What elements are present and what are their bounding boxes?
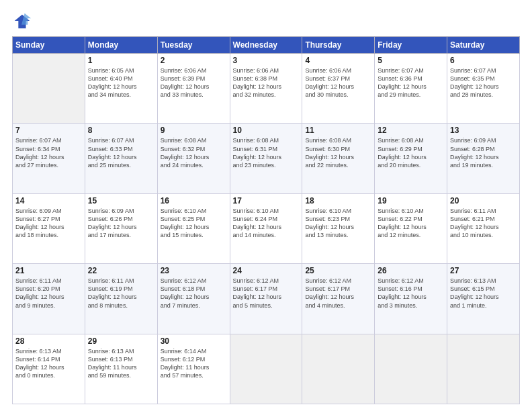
calendar-table: SundayMondayTuesdayWednesdayThursdayFrid… xyxy=(12,36,520,404)
calendar-day-cell: 19Sunrise: 6:10 AM Sunset: 6:22 PM Dayli… xyxy=(375,193,447,263)
calendar-header-row: SundayMondayTuesdayWednesdayThursdayFrid… xyxy=(13,37,520,54)
day-info: Sunrise: 6:07 AM Sunset: 6:35 PM Dayligh… xyxy=(450,66,517,99)
weekday-header: Tuesday xyxy=(157,37,230,54)
calendar-day-cell: 23Sunrise: 6:12 AM Sunset: 6:18 PM Dayli… xyxy=(157,264,230,334)
calendar-day-cell xyxy=(302,334,375,404)
day-number: 29 xyxy=(88,336,154,346)
day-number: 6 xyxy=(450,56,517,65)
calendar-day-cell: 5Sunrise: 6:07 AM Sunset: 6:36 PM Daylig… xyxy=(375,54,447,124)
calendar-day-cell: 2Sunrise: 6:06 AM Sunset: 6:39 PM Daylig… xyxy=(157,54,230,124)
day-info: Sunrise: 6:08 AM Sunset: 6:32 PM Dayligh… xyxy=(161,136,227,169)
calendar-day-cell: 17Sunrise: 6:10 AM Sunset: 6:24 PM Dayli… xyxy=(230,193,302,263)
calendar-day-cell: 30Sunrise: 6:14 AM Sunset: 6:12 PM Dayli… xyxy=(157,334,230,404)
calendar-day-cell: 14Sunrise: 6:09 AM Sunset: 6:27 PM Dayli… xyxy=(13,193,85,263)
calendar-day-cell: 1Sunrise: 6:05 AM Sunset: 6:40 PM Daylig… xyxy=(85,54,157,124)
day-number: 14 xyxy=(15,196,82,205)
day-info: Sunrise: 6:07 AM Sunset: 6:36 PM Dayligh… xyxy=(378,66,444,99)
weekday-header: Friday xyxy=(375,37,447,54)
day-number: 5 xyxy=(378,56,444,65)
day-info: Sunrise: 6:12 AM Sunset: 6:17 PM Dayligh… xyxy=(305,277,371,310)
day-info: Sunrise: 6:13 AM Sunset: 6:13 PM Dayligh… xyxy=(88,347,154,380)
day-number: 12 xyxy=(378,126,444,135)
day-info: Sunrise: 6:13 AM Sunset: 6:15 PM Dayligh… xyxy=(450,277,517,310)
calendar-day-cell: 8Sunrise: 6:07 AM Sunset: 6:33 PM Daylig… xyxy=(85,124,157,193)
day-info: Sunrise: 6:14 AM Sunset: 6:12 PM Dayligh… xyxy=(161,347,227,380)
day-number: 27 xyxy=(450,266,517,275)
day-number: 22 xyxy=(88,266,154,275)
header xyxy=(12,12,520,31)
day-info: Sunrise: 6:11 AM Sunset: 6:20 PM Dayligh… xyxy=(15,277,82,310)
day-number: 25 xyxy=(305,266,371,275)
calendar-week-row: 7Sunrise: 6:07 AM Sunset: 6:34 PM Daylig… xyxy=(13,124,520,193)
calendar-day-cell: 26Sunrise: 6:12 AM Sunset: 6:16 PM Dayli… xyxy=(375,264,447,334)
day-info: Sunrise: 6:10 AM Sunset: 6:23 PM Dayligh… xyxy=(305,207,371,240)
day-info: Sunrise: 6:08 AM Sunset: 6:30 PM Dayligh… xyxy=(305,136,371,169)
calendar-week-row: 28Sunrise: 6:13 AM Sunset: 6:14 PM Dayli… xyxy=(13,334,520,404)
page: SundayMondayTuesdayWednesdayThursdayFrid… xyxy=(0,0,532,411)
day-info: Sunrise: 6:09 AM Sunset: 6:27 PM Dayligh… xyxy=(15,207,82,240)
calendar-day-cell: 12Sunrise: 6:08 AM Sunset: 6:29 PM Dayli… xyxy=(375,124,447,193)
weekday-header: Wednesday xyxy=(230,37,302,54)
day-number: 16 xyxy=(161,196,227,205)
day-info: Sunrise: 6:10 AM Sunset: 6:25 PM Dayligh… xyxy=(161,207,227,240)
day-number: 19 xyxy=(378,196,444,205)
calendar-day-cell: 15Sunrise: 6:09 AM Sunset: 6:26 PM Dayli… xyxy=(85,193,157,263)
day-info: Sunrise: 6:12 AM Sunset: 6:18 PM Dayligh… xyxy=(161,277,227,310)
calendar-day-cell: 28Sunrise: 6:13 AM Sunset: 6:14 PM Dayli… xyxy=(13,334,85,404)
calendar-day-cell: 13Sunrise: 6:09 AM Sunset: 6:28 PM Dayli… xyxy=(447,124,520,193)
day-number: 17 xyxy=(233,196,300,205)
day-number: 8 xyxy=(88,126,154,135)
calendar-day-cell: 24Sunrise: 6:12 AM Sunset: 6:17 PM Dayli… xyxy=(230,264,302,334)
calendar-week-row: 14Sunrise: 6:09 AM Sunset: 6:27 PM Dayli… xyxy=(13,193,520,263)
day-info: Sunrise: 6:05 AM Sunset: 6:40 PM Dayligh… xyxy=(88,66,154,99)
day-number: 26 xyxy=(378,266,444,275)
calendar-day-cell: 25Sunrise: 6:12 AM Sunset: 6:17 PM Dayli… xyxy=(302,264,375,334)
day-info: Sunrise: 6:11 AM Sunset: 6:21 PM Dayligh… xyxy=(450,207,517,240)
day-number: 24 xyxy=(233,266,300,275)
weekday-header: Thursday xyxy=(302,37,375,54)
calendar-day-cell: 27Sunrise: 6:13 AM Sunset: 6:15 PM Dayli… xyxy=(447,264,520,334)
day-info: Sunrise: 6:06 AM Sunset: 6:37 PM Dayligh… xyxy=(305,66,371,99)
calendar-day-cell: 11Sunrise: 6:08 AM Sunset: 6:30 PM Dayli… xyxy=(302,124,375,193)
logo-icon xyxy=(12,12,31,31)
day-info: Sunrise: 6:09 AM Sunset: 6:26 PM Dayligh… xyxy=(88,207,154,240)
weekday-header: Sunday xyxy=(13,37,85,54)
day-number: 11 xyxy=(305,126,371,135)
day-number: 15 xyxy=(88,196,154,205)
day-info: Sunrise: 6:12 AM Sunset: 6:17 PM Dayligh… xyxy=(233,277,300,310)
day-number: 10 xyxy=(233,126,300,135)
day-number: 7 xyxy=(15,126,82,135)
calendar-week-row: 21Sunrise: 6:11 AM Sunset: 6:20 PM Dayli… xyxy=(13,264,520,334)
day-info: Sunrise: 6:13 AM Sunset: 6:14 PM Dayligh… xyxy=(15,347,82,380)
day-number: 23 xyxy=(161,266,227,275)
calendar-day-cell: 16Sunrise: 6:10 AM Sunset: 6:25 PM Dayli… xyxy=(157,193,230,263)
day-info: Sunrise: 6:11 AM Sunset: 6:19 PM Dayligh… xyxy=(88,277,154,310)
calendar-day-cell: 21Sunrise: 6:11 AM Sunset: 6:20 PM Dayli… xyxy=(13,264,85,334)
weekday-header: Monday xyxy=(85,37,157,54)
calendar-day-cell xyxy=(447,334,520,404)
calendar-day-cell xyxy=(230,334,302,404)
day-info: Sunrise: 6:10 AM Sunset: 6:24 PM Dayligh… xyxy=(233,207,300,240)
day-info: Sunrise: 6:10 AM Sunset: 6:22 PM Dayligh… xyxy=(378,207,444,240)
day-number: 3 xyxy=(233,56,300,65)
day-info: Sunrise: 6:06 AM Sunset: 6:38 PM Dayligh… xyxy=(233,66,300,99)
calendar-day-cell: 20Sunrise: 6:11 AM Sunset: 6:21 PM Dayli… xyxy=(447,193,520,263)
day-number: 4 xyxy=(305,56,371,65)
calendar-day-cell: 7Sunrise: 6:07 AM Sunset: 6:34 PM Daylig… xyxy=(13,124,85,193)
day-info: Sunrise: 6:08 AM Sunset: 6:31 PM Dayligh… xyxy=(233,136,300,169)
day-number: 2 xyxy=(161,56,227,65)
day-info: Sunrise: 6:08 AM Sunset: 6:29 PM Dayligh… xyxy=(378,136,444,169)
day-number: 30 xyxy=(161,336,227,346)
day-info: Sunrise: 6:07 AM Sunset: 6:33 PM Dayligh… xyxy=(88,136,154,169)
day-number: 1 xyxy=(88,56,154,65)
logo xyxy=(12,12,34,31)
day-info: Sunrise: 6:06 AM Sunset: 6:39 PM Dayligh… xyxy=(161,66,227,99)
calendar-day-cell: 18Sunrise: 6:10 AM Sunset: 6:23 PM Dayli… xyxy=(302,193,375,263)
calendar-day-cell: 9Sunrise: 6:08 AM Sunset: 6:32 PM Daylig… xyxy=(157,124,230,193)
day-number: 18 xyxy=(305,196,371,205)
day-number: 28 xyxy=(15,336,82,346)
day-number: 20 xyxy=(450,196,517,205)
calendar-day-cell: 4Sunrise: 6:06 AM Sunset: 6:37 PM Daylig… xyxy=(302,54,375,124)
day-info: Sunrise: 6:09 AM Sunset: 6:28 PM Dayligh… xyxy=(450,136,517,169)
calendar-week-row: 1Sunrise: 6:05 AM Sunset: 6:40 PM Daylig… xyxy=(13,54,520,124)
